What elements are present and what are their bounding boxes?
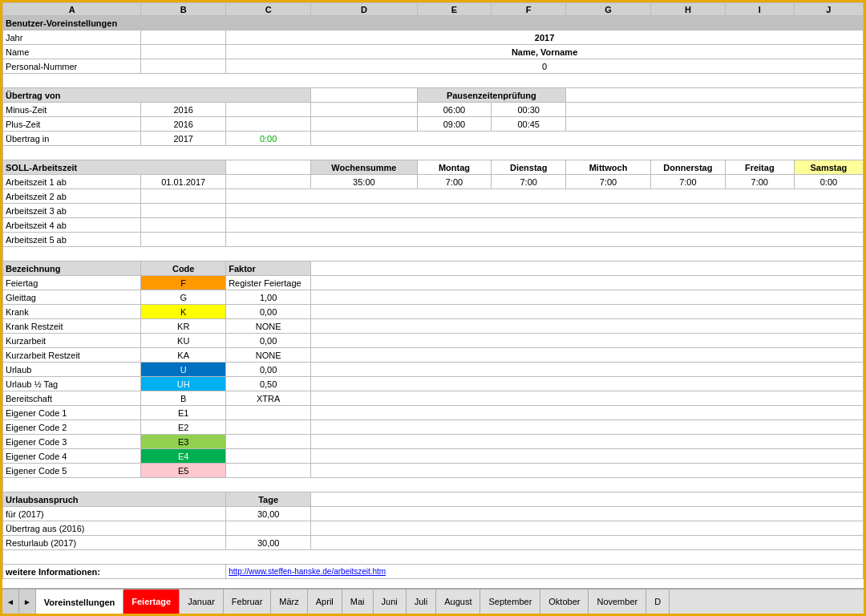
pause-title: Pausenzeitenprüfung <box>417 88 565 103</box>
code-row-kurzarbeit: Kurzarbeit KU 0,00 <box>3 334 864 348</box>
code-header: Code <box>141 261 226 276</box>
az3-label: Arbeitszeit 3 ab <box>3 204 141 218</box>
r6-empty1 <box>311 88 417 103</box>
tab-april[interactable]: April <box>308 590 342 614</box>
name-label: Name <box>3 45 141 59</box>
col-header-e: E <box>417 3 492 16</box>
arbeitszeit-row-5: Arbeitszeit 5 ab <box>3 233 864 247</box>
az1-do: 7:00 <box>651 175 726 189</box>
r6-empty2 <box>566 88 864 103</box>
plus-zeit-year: 2016 <box>141 117 226 132</box>
code-row-bereitschaft: Bereitschaft B XTRA <box>3 391 864 406</box>
urlaub-faktor: 0,00 <box>226 363 311 377</box>
col-header-c: C <box>226 3 311 16</box>
tab-juni[interactable]: Juni <box>374 590 407 614</box>
kurzarbeit-rest-faktor: NONE <box>226 348 311 363</box>
wochensumme-header: Wochensumme <box>311 160 417 175</box>
e5-empty <box>311 464 864 478</box>
e4-faktor <box>226 449 311 464</box>
krank-rest-label: Krank Restzeit <box>3 319 141 334</box>
e1-code: E1 <box>141 406 226 420</box>
jahr-empty <box>141 30 226 45</box>
soll-title: SOLL-Arbeitszeit <box>3 160 226 175</box>
r7-empty <box>311 103 417 117</box>
row-2: Jahr 2017 <box>3 30 864 45</box>
code-row-krank-rest: Krank Restzeit KR NONE <box>3 319 864 334</box>
code-row-kurzarbeit-rest: Kurzarbeit Restzeit KA NONE <box>3 348 864 363</box>
ubertrag-in-year: 2017 <box>141 132 226 146</box>
jahr-value: 2017 <box>226 30 864 45</box>
pause-r2-c2: 00:45 <box>492 117 566 132</box>
code-header-empty <box>311 261 864 276</box>
dienstag-header: Dienstag <box>492 160 566 175</box>
krank-rest-empty <box>311 319 864 334</box>
col-header-b: B <box>141 3 226 16</box>
az2-empty <box>226 189 864 204</box>
az1-wsum: 35:00 <box>311 175 417 189</box>
col-header-f: F <box>492 3 566 16</box>
tab-september[interactable]: September <box>480 590 540 614</box>
krank-empty <box>311 305 864 319</box>
urlaub-r1-value: 30,00 <box>226 507 311 521</box>
urlaub-row-3: Resturlaub (2017) 30,00 <box>3 536 864 550</box>
ubertrag-in-label: Übertrag in <box>3 132 141 146</box>
urlaub-half-code: UH <box>141 377 226 391</box>
tab-maerz[interactable]: März <box>271 590 307 614</box>
urlaub-row-1: für (2017) 30,00 <box>3 507 864 521</box>
az5-date <box>141 233 226 247</box>
code-row-urlaub-half: Urlaub ½ Tag UH 0,50 <box>3 377 864 391</box>
row-3: Name Name, Vorname <box>3 45 864 59</box>
az1-mi: 7:00 <box>566 175 651 189</box>
tab-nav-left[interactable]: ◄ <box>2 590 19 614</box>
e3-code: E3 <box>141 435 226 449</box>
tab-voreinstellungen[interactable]: Voreinstellungen <box>36 590 123 614</box>
r7-empty2 <box>566 103 864 117</box>
e3-faktor <box>226 435 311 449</box>
az1-empty <box>226 175 311 189</box>
feiertag-code: F <box>141 276 226 290</box>
tab-d[interactable]: D <box>646 590 670 614</box>
kurzarbeit-empty <box>311 334 864 348</box>
personal-nr-empty <box>141 59 226 74</box>
urlaub-r2-label: Übertrag aus (2016) <box>3 521 226 536</box>
tab-februar[interactable]: Februar <box>224 590 272 614</box>
arbeitszeit-row-1: Arbeitszeit 1 ab 01.01.2017 35:00 7:00 7… <box>3 175 864 189</box>
e4-code: E4 <box>141 449 226 464</box>
tabs-bar: ◄ ► Voreinstellungen Feiertage Januar Fe… <box>2 588 864 614</box>
e1-label: Eigener Code 1 <box>3 406 141 420</box>
info-link[interactable]: http://www.steffen-hanske.de/arbeitszeit… <box>226 565 864 579</box>
tab-feiertage[interactable]: Feiertage <box>123 590 180 614</box>
tab-oktober[interactable]: Oktober <box>540 590 589 614</box>
urlaub-code: U <box>141 363 226 377</box>
tab-august[interactable]: August <box>436 590 480 614</box>
tab-januar[interactable]: Januar <box>180 590 224 614</box>
urlaubs-header-row: Urlaubsanspruch Tage <box>3 492 864 507</box>
urlaub-r3-value: 30,00 <box>226 536 311 550</box>
col-header-i: I <box>725 3 794 16</box>
e1-faktor <box>226 406 311 420</box>
pause-r2-c1: 09:00 <box>417 117 492 132</box>
row-5 <box>3 74 864 88</box>
empty-row-5 <box>3 74 864 88</box>
az2-date <box>141 189 226 204</box>
az3-empty <box>226 204 864 218</box>
gleittag-empty <box>311 290 864 305</box>
row-6: Übertrag von Pausenzeitenprüfung <box>3 88 864 103</box>
tab-november[interactable]: November <box>589 590 646 614</box>
sep3 <box>3 550 864 565</box>
tab-mai[interactable]: Mai <box>342 590 374 614</box>
az1-label: Arbeitszeit 1 ab <box>3 175 141 189</box>
plus-zeit-value <box>226 117 311 132</box>
tab-juli[interactable]: Juli <box>407 590 437 614</box>
bereitschaft-code: B <box>141 391 226 406</box>
r8-empty2 <box>566 117 864 132</box>
jahr-label: Jahr <box>3 30 141 45</box>
e5-label: Eigener Code 5 <box>3 464 141 478</box>
e4-empty <box>311 449 864 464</box>
row-7: Minus-Zeit 2016 06:00 00:30 <box>3 103 864 117</box>
code-row-e1: Eigener Code 1 E1 <box>3 406 864 420</box>
urlaub-half-faktor: 0,50 <box>226 377 311 391</box>
tab-nav-right[interactable]: ► <box>19 590 36 614</box>
code-row-urlaub: Urlaub U 0,00 <box>3 363 864 377</box>
main-title: Benutzer-Voreinstellungen <box>3 16 864 30</box>
